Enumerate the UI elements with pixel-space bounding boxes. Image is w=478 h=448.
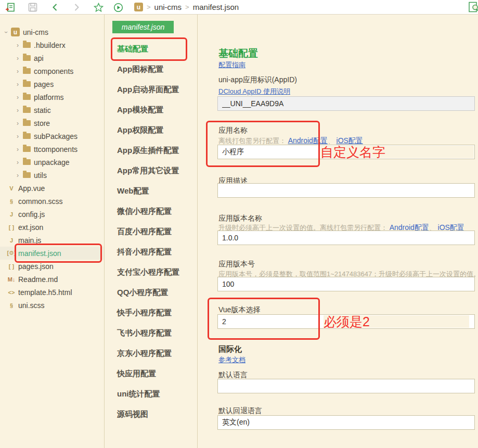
fallback-lang-input[interactable]	[217, 415, 475, 430]
folder-icon	[23, 172, 31, 178]
save-button[interactable]	[27, 2, 38, 13]
chevron-right-icon[interactable]: ›	[15, 94, 21, 101]
i18n-doc-link[interactable]: 参考文档	[218, 356, 246, 364]
menu-item-kuaishou-mp[interactable]: 快手小程序配置	[117, 308, 172, 318]
menu-item-quickapp[interactable]: 快应用配置	[117, 368, 156, 379]
tab-manifest-json[interactable]: manifest.json	[112, 21, 174, 33]
tree-item-file[interactable]: Jconfig.js	[0, 208, 104, 221]
tree-item-folder[interactable]: ›store	[0, 117, 104, 130]
vue-file-icon: V	[6, 185, 17, 191]
chevron-right-icon[interactable]: ›	[15, 81, 21, 88]
menu-item-qq-mp[interactable]: QQ小程序配置	[117, 287, 168, 298]
menu-item-app-launch-screen[interactable]: App启动界面配置	[117, 84, 179, 95]
tree-item-label: ext.json	[18, 223, 43, 232]
basic-config-form: 基础配置 配置指南 uni-app应用标识(AppID) DCloud AppI…	[198, 15, 478, 448]
menu-item-app-permissions[interactable]: App权限配置	[117, 125, 163, 135]
breadcrumb-separator: >	[185, 3, 189, 11]
tree-item-folder[interactable]: ›subPackages	[0, 130, 104, 143]
scss-file-icon: §	[6, 302, 17, 309]
tree-item-folder[interactable]: ›.hbuilderx	[0, 39, 104, 52]
menu-item-app-native-plugins[interactable]: App原生插件配置	[117, 145, 179, 156]
tree-item-label: unpackage	[34, 158, 70, 167]
tree-item-file[interactable]: Jmain.js	[0, 234, 104, 247]
new-file-button[interactable]	[4, 2, 16, 13]
tree-item-file[interactable]: <>template.h5.html	[0, 286, 104, 299]
tree-item-folder[interactable]: ›api	[0, 52, 104, 65]
tree-item-folder[interactable]: ›ttcomponents	[0, 143, 104, 156]
bookmark-button[interactable]	[93, 2, 104, 13]
back-button[interactable]	[49, 2, 61, 13]
tree-item-folder[interactable]: ›utils	[0, 169, 104, 182]
chevron-right-icon[interactable]: ›	[15, 159, 21, 166]
tree-item-label: main.js	[18, 236, 41, 245]
tree-item-folder[interactable]: ›static	[0, 104, 104, 117]
tree-item-label: uni.scss	[18, 301, 45, 310]
appid-input[interactable]	[217, 96, 475, 111]
menu-item-basic-config[interactable]: 基础配置	[117, 44, 148, 54]
ios-config-link[interactable]: iOS配置	[337, 136, 363, 145]
star-icon	[94, 3, 104, 12]
tree-item-manifest-json[interactable]: [⚙]manifest.json	[0, 247, 104, 260]
appid-doc-link[interactable]: DCloud AppID 使用说明	[218, 87, 290, 95]
menu-item-baidu-mp[interactable]: 百度小程序配置	[117, 226, 172, 237]
breadcrumb-project[interactable]: uni-cms	[154, 3, 182, 11]
chevron-right-icon[interactable]: ›	[15, 68, 21, 75]
chevron-right-icon[interactable]: ›	[15, 172, 21, 179]
tree-root-uni-cms[interactable]: › u uni-cms	[0, 25, 104, 39]
chevron-right-icon[interactable]: ›	[15, 55, 21, 62]
tree-item-file[interactable]: VApp.vue	[0, 182, 104, 195]
find-in-file-button[interactable]	[468, 2, 478, 13]
menu-item-app-other-settings[interactable]: App常用其它设置	[117, 165, 179, 176]
menu-item-uni-statistics[interactable]: uni统计配置	[117, 389, 160, 399]
annotation-must-be-2: 必须是2	[324, 315, 370, 328]
tree-item-file[interactable]: [ ]pages.json	[0, 260, 104, 273]
breadcrumb-file[interactable]: manifest.json	[193, 3, 239, 11]
i18n-heading: 国际化	[218, 344, 242, 354]
chevron-right-icon[interactable]: ›	[15, 146, 21, 153]
menu-item-feishu-mp[interactable]: 飞书小程序配置	[117, 328, 172, 338]
tree-item-label: pages	[34, 80, 54, 88]
vue-version-label: Vue版本选择	[218, 305, 260, 315]
forward-button[interactable]	[71, 2, 82, 13]
menu-item-weixin-mp[interactable]: 微信小程序配置	[117, 206, 172, 216]
tree-item-label: common.scss	[18, 197, 63, 206]
version-code-input[interactable]	[217, 277, 475, 291]
tree-item-file[interactable]: §common.scss	[0, 195, 104, 208]
chevron-right-icon[interactable]: ›	[15, 107, 21, 114]
menu-item-app-modules[interactable]: App模块配置	[117, 105, 163, 115]
config-guide-link[interactable]: 配置指南	[218, 61, 246, 69]
chevron-right-icon[interactable]: ›	[15, 42, 21, 49]
chevron-right-icon[interactable]: ›	[15, 120, 21, 127]
folder-icon	[23, 120, 31, 126]
tree-item-folder[interactable]: ›pages	[0, 78, 104, 91]
menu-item-source-view[interactable]: 源码视图	[117, 409, 148, 419]
tree-item-label: platforms	[34, 93, 64, 101]
tree-item-folder[interactable]: ›components	[0, 65, 104, 78]
run-button[interactable]	[112, 2, 124, 13]
android-config-link[interactable]: Android配置	[288, 136, 328, 145]
menu-item-douyin-mp[interactable]: 抖音小程序配置	[117, 247, 172, 257]
menu-item-web-config[interactable]: Web配置	[117, 186, 149, 196]
chevron-down-icon[interactable]: ›	[3, 29, 10, 35]
folder-icon	[23, 107, 31, 113]
default-lang-input[interactable]	[217, 379, 475, 393]
tree-item-file[interactable]: §uni.scss	[0, 299, 104, 312]
json-file-icon: [ ]	[6, 224, 17, 231]
tree-item-file[interactable]: M↓Readme.md	[0, 273, 104, 286]
menu-item-app-icon[interactable]: App图标配置	[117, 64, 163, 74]
tree-item-label: static	[34, 106, 51, 114]
breadcrumb-separator: >	[147, 3, 151, 11]
run-icon	[113, 3, 123, 12]
new-file-icon	[5, 3, 15, 12]
tree-item-folder[interactable]: ›platforms	[0, 91, 104, 104]
tree-item-label: store	[34, 119, 50, 127]
project-icon: u	[134, 3, 143, 11]
chevron-right-icon[interactable]: ›	[15, 133, 21, 140]
app-desc-input[interactable]	[217, 183, 475, 198]
tree-item-file[interactable]: [ ]ext.json	[0, 221, 104, 234]
tree-item-folder[interactable]: ›unpackage	[0, 156, 104, 169]
version-name-label: 应用版本名称	[218, 214, 262, 223]
version-name-input[interactable]	[217, 231, 475, 245]
menu-item-alipay-mp[interactable]: 支付宝小程序配置	[117, 267, 179, 277]
menu-item-jingdong-mp[interactable]: 京东小程序配置	[117, 348, 172, 359]
